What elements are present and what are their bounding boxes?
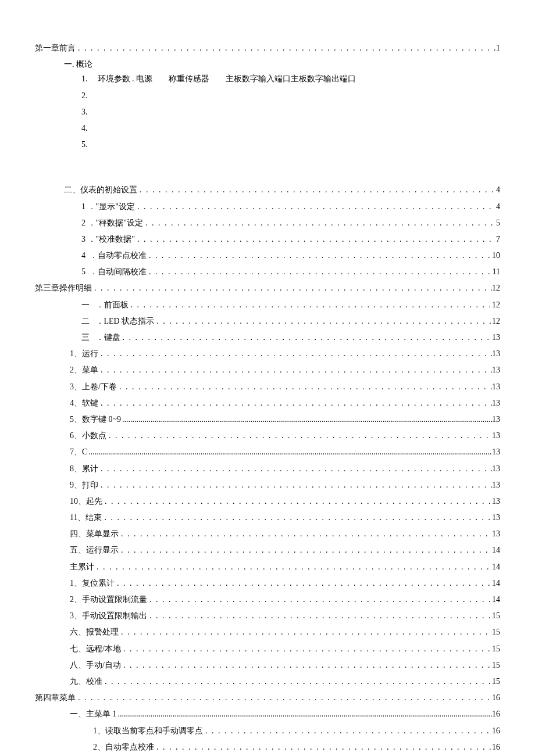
toc-leader xyxy=(117,379,492,394)
toc-entry: 8、累计 13 xyxy=(35,461,500,476)
toc-leader xyxy=(147,592,492,607)
toc-leader xyxy=(92,281,492,295)
toc-label: 5 ．自动间隔校准 xyxy=(81,264,147,279)
toc-label: 3、手动设置限制输出 xyxy=(70,608,147,623)
toc-leader xyxy=(98,396,492,410)
toc-entry: 2. xyxy=(35,88,500,103)
toc-entry: 六、报警处理 15 xyxy=(35,625,500,639)
toc-page: 5 xyxy=(496,216,500,230)
toc-entry: 1 ．"显示"设定 4 xyxy=(35,199,500,214)
toc-leader xyxy=(120,330,493,345)
toc-label: 2、菜单 xyxy=(70,363,98,377)
toc-leader xyxy=(129,298,493,312)
toc-label: 第一章前言 xyxy=(35,41,76,55)
toc-page: 4 xyxy=(496,182,500,197)
toc-leader xyxy=(102,494,492,508)
toc-page: 11 xyxy=(493,264,500,279)
toc-num: 2. xyxy=(81,88,95,103)
toc-entry: 主累计 14 xyxy=(35,560,500,574)
toc-page: 14 xyxy=(492,543,500,557)
toc-entry: 1、读取当前零点和手动调零点 16 xyxy=(35,723,500,738)
toc-entry: 9、打印 13 xyxy=(35,478,500,492)
toc-page: 13 xyxy=(492,526,500,541)
toc-page: 1 xyxy=(496,41,500,55)
toc-label: 一、主菜单 1 xyxy=(70,707,117,721)
toc-label: 主累计 xyxy=(70,560,94,574)
toc-label: 10、起先 xyxy=(70,494,102,508)
toc-page: 13 xyxy=(492,445,500,459)
toc-label: 一. 概论 xyxy=(64,60,92,69)
toc-leader xyxy=(119,625,492,639)
toc-label: 1、读取当前零点和手动调零点 xyxy=(93,723,203,738)
toc-label: 2、自动零点校准 xyxy=(93,740,154,754)
toc-leader xyxy=(87,445,492,459)
toc-page: 15 xyxy=(492,642,500,656)
toc-entry: 九、校准 15 xyxy=(35,674,500,689)
toc-page: 13 xyxy=(492,412,500,427)
toc-entry: 一、主菜单 1 16 xyxy=(35,707,500,721)
toc-entry: 第一章前言 1 xyxy=(35,41,500,55)
toc-leader xyxy=(143,216,496,230)
toc-entry: 11、结束 13 xyxy=(35,510,500,525)
toc-page: 12 xyxy=(492,281,500,295)
toc-entry: 3、手动设置限制输出 15 xyxy=(35,608,500,623)
toc-leader xyxy=(135,232,496,246)
toc-entry: 八、手动/自动 15 xyxy=(35,658,500,672)
toc-label: 四、菜单显示 xyxy=(70,526,119,541)
toc-entry: 一 ．前面板 12 xyxy=(35,298,500,312)
toc-page: 12 xyxy=(492,314,500,328)
toc-entry: 七、远程/本地 15 xyxy=(35,642,500,656)
toc-page: 12 xyxy=(492,298,500,312)
toc-page: 16 xyxy=(492,723,500,738)
toc-label: 九、校准 xyxy=(70,674,102,689)
toc-entry: 4. xyxy=(35,121,500,135)
toc-entry: 五、运行显示 14 xyxy=(35,543,500,557)
toc-label: 1 ．"显示"设定 xyxy=(81,199,135,214)
toc-page: 15 xyxy=(492,625,500,639)
toc-page: 13 xyxy=(492,478,500,492)
toc-entry: 二、仪表的初始设置 4 xyxy=(35,182,500,197)
toc-leader xyxy=(121,642,492,656)
toc-entry: 2、菜单 13 xyxy=(35,363,500,377)
toc-page: 13 xyxy=(492,396,500,410)
toc-entry: 一. 概论 xyxy=(35,57,500,71)
toc-label: 二 ．LED 状态指示 xyxy=(81,314,154,328)
toc-entry: 5. xyxy=(35,137,500,152)
toc-entry: 5 ．自动间隔校准 11 xyxy=(35,264,500,279)
toc-entry: 3. xyxy=(35,105,500,119)
toc-entry: 三 ．键盘 13 xyxy=(35,330,500,345)
toc-entry: 第四章菜单 16 xyxy=(35,690,500,705)
toc-page: 7 xyxy=(496,232,500,246)
toc-leader xyxy=(76,41,496,55)
toc-page: 13 xyxy=(492,379,500,394)
toc-leader xyxy=(76,690,492,705)
toc-leader xyxy=(117,707,493,721)
toc-entry: 4、软键 13 xyxy=(35,396,500,410)
toc-leader xyxy=(115,576,492,590)
toc-entry: 6、小数点 13 xyxy=(35,428,500,443)
toc-entry: 1、运行 13 xyxy=(35,346,500,361)
toc-label: 七、远程/本地 xyxy=(70,642,121,656)
toc-entry: 3、上卷/下卷 13 xyxy=(35,379,500,394)
toc-label: 三 ．键盘 xyxy=(81,330,120,345)
toc-page: 14 xyxy=(492,592,500,607)
toc-leader xyxy=(119,543,492,557)
toc-page: 13 xyxy=(492,330,500,345)
toc-leader xyxy=(98,461,492,476)
toc-page: 10 xyxy=(492,248,500,263)
toc-page: 13 xyxy=(492,461,500,476)
toc-leader xyxy=(119,526,492,541)
toc-label: 五、运行显示 xyxy=(70,543,119,557)
toc-page: 16 xyxy=(492,707,500,721)
toc-label: 2 ．"秤数据"设定 xyxy=(81,216,143,230)
toc-label: 8、累计 xyxy=(70,461,98,476)
toc-page: 16 xyxy=(492,740,500,754)
toc-entry: 1. 环境参数 . 电源 称重传感器 主板数字输入端口主板数字输出端口 xyxy=(35,71,500,86)
toc-label: 9、打印 xyxy=(70,478,98,492)
toc-label: 7、C xyxy=(70,445,87,459)
toc-label: 4 ．自动零点校准 xyxy=(81,248,147,263)
toc-entry: 3 ．"校准数据" 7 xyxy=(35,232,500,246)
toc-entry: 1、复位累计 14 xyxy=(35,576,500,590)
toc-leader xyxy=(94,560,492,574)
toc-page: 13 xyxy=(492,346,500,361)
